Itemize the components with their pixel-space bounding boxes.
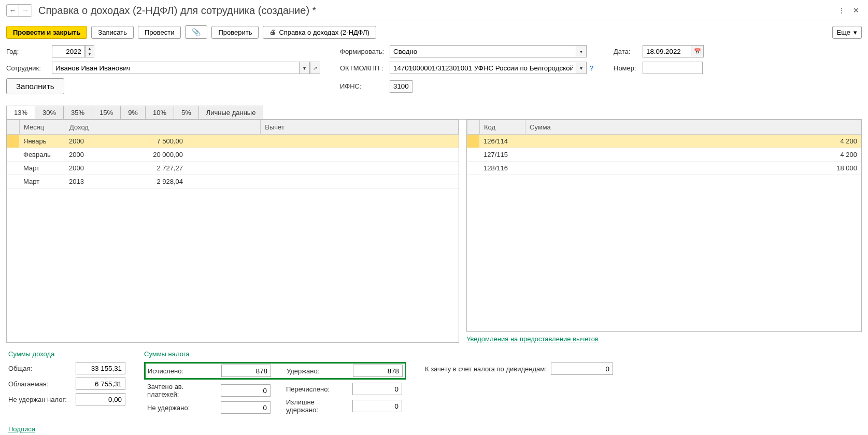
- form-mode-label: Формировать:: [340, 48, 390, 55]
- employee-open-button[interactable]: ↗: [310, 62, 320, 74]
- not-withheld2-input[interactable]: [221, 401, 271, 414]
- income-totals-header: Суммы дохода: [8, 350, 125, 358]
- tax-totals-header: Суммы налога: [144, 350, 406, 358]
- transferred-input[interactable]: [352, 383, 402, 395]
- post-and-close-button[interactable]: Провести и закрыть: [6, 26, 87, 39]
- tab-35[interactable]: 35%: [63, 106, 92, 119]
- cell-month: Март: [19, 175, 65, 189]
- table-row[interactable]: Март 2013 2 928,04: [7, 175, 459, 189]
- employee-dropdown-button[interactable]: ▾: [300, 62, 310, 74]
- form-mode-input[interactable]: [390, 45, 576, 57]
- arrow-left-icon: ←: [9, 6, 17, 15]
- table-row[interactable]: 127/115 4 200: [467, 148, 861, 162]
- oktmo-dropdown-button[interactable]: ▾: [576, 62, 587, 74]
- number-input[interactable]: [643, 62, 703, 74]
- date-label: Дата:: [614, 48, 643, 55]
- withheld-input[interactable]: [353, 365, 403, 377]
- table-row[interactable]: Январь 2000 7 500,00: [7, 135, 459, 148]
- fill-button[interactable]: Заполнить: [6, 78, 64, 94]
- tabs: 13% 30% 35% 15% 9% 10% 5% Личные данные: [6, 106, 862, 119]
- number-label: Номер:: [614, 64, 643, 72]
- date-input[interactable]: [643, 45, 691, 57]
- attach-button[interactable]: 📎: [185, 25, 207, 39]
- excess-label: Излишне удержано:: [286, 398, 348, 414]
- tab-personal[interactable]: Личные данные: [198, 106, 264, 119]
- withheld-label: Удержано:: [287, 367, 349, 375]
- advance-input[interactable]: [221, 384, 271, 397]
- year-up-button[interactable]: ▲: [85, 45, 94, 51]
- cell-deduction: [187, 135, 459, 148]
- table-row[interactable]: 128/116 18 000: [467, 162, 861, 175]
- total-input[interactable]: [76, 362, 125, 374]
- chevron-down-icon: ▾: [853, 28, 857, 36]
- help-icon[interactable]: ?: [590, 64, 593, 72]
- dividend-column: К зачету в счет налога по дивидендам:: [425, 350, 613, 378]
- not-withheld-tax-input[interactable]: [76, 393, 125, 405]
- oktmo-label: ОКТМО/КПП :: [340, 64, 390, 72]
- tab-9[interactable]: 9%: [120, 106, 146, 119]
- cell-amount: 2 727,27: [99, 162, 187, 175]
- deductions-table-panel: Код Сумма 126/114 4 200 127/115 4 200: [466, 120, 862, 332]
- calculated-input[interactable]: [221, 365, 271, 377]
- tab-5[interactable]: 5%: [174, 106, 199, 119]
- cell-deduction: [187, 162, 459, 175]
- form-mode-dropdown-button[interactable]: ▾: [576, 45, 587, 57]
- cell-month: Март: [19, 162, 65, 175]
- not-withheld-tax-label: Не удержан налог:: [8, 396, 72, 403]
- highlighted-tax-box: Исчислено: Удержано:: [144, 362, 406, 380]
- calendar-button[interactable]: 📅: [691, 45, 704, 57]
- table-row[interactable]: 126/114 4 200: [467, 135, 861, 148]
- cell-code: 128/116: [479, 162, 525, 175]
- advance-label: Зачтено ав. платежей:: [147, 383, 217, 398]
- col-deduction: Вычет: [261, 120, 459, 135]
- nav-forward-button[interactable]: →: [19, 5, 32, 16]
- table-row[interactable]: Февраль 2000 20 000,00: [7, 148, 459, 162]
- cell-code: 2000: [65, 162, 99, 175]
- oktmo-input[interactable]: [390, 62, 576, 74]
- nav-back-button[interactable]: ←: [7, 5, 19, 16]
- income-totals: Суммы дохода Общая: Облагаемая: Не удерж…: [8, 350, 125, 409]
- col-income: Доход: [65, 120, 261, 135]
- report-button[interactable]: 🖨Справка о доходах (2-НДФЛ): [263, 26, 376, 39]
- col-month: Месяц: [20, 120, 65, 135]
- cell-code: 2013: [65, 175, 99, 189]
- year-label: Год:: [6, 48, 52, 55]
- tab-13[interactable]: 13%: [6, 106, 35, 119]
- income-table-panel: Месяц Доход Вычет Январь 2000 7 500,00 Ф…: [6, 120, 459, 343]
- employee-input[interactable]: [52, 62, 300, 74]
- tab-10[interactable]: 10%: [145, 106, 174, 119]
- cell-month: Февраль: [19, 148, 65, 162]
- tab-30[interactable]: 30%: [35, 106, 64, 119]
- taxable-input[interactable]: [76, 378, 125, 390]
- page-title: Справка о доходах (2-НДФЛ) для сотрудник…: [38, 5, 836, 17]
- nav-buttons: ← →: [6, 4, 32, 17]
- table-row[interactable]: Март 2000 2 727,27: [7, 162, 459, 175]
- printer-icon: 🖨: [269, 28, 276, 36]
- arrow-right-icon: →: [22, 6, 29, 15]
- ifns-input[interactable]: [390, 80, 412, 93]
- check-button[interactable]: Проверить: [211, 26, 259, 39]
- year-input[interactable]: [52, 45, 85, 57]
- year-down-button[interactable]: ▼: [85, 51, 94, 57]
- employee-label: Сотрудник:: [6, 64, 52, 72]
- paperclip-icon: 📎: [192, 28, 201, 36]
- cell-month: Январь: [19, 135, 65, 148]
- cell-code: 126/114: [479, 135, 525, 148]
- cell-sum: 4 200: [525, 135, 861, 148]
- calendar-icon: 📅: [694, 48, 701, 55]
- more-button[interactable]: Еще ▾: [832, 26, 862, 39]
- signatures-link[interactable]: Подписи: [8, 425, 35, 433]
- post-button[interactable]: Провести: [138, 26, 181, 39]
- save-button[interactable]: Записать: [91, 26, 134, 39]
- dividend-input[interactable]: [551, 363, 613, 375]
- menu-icon[interactable]: ⋮: [836, 5, 847, 16]
- close-icon[interactable]: ✕: [850, 5, 862, 16]
- tab-15[interactable]: 15%: [92, 106, 121, 119]
- transferred-label: Перечислено:: [286, 385, 348, 393]
- deduction-notifications-link[interactable]: Уведомления на предоставление вычетов: [466, 335, 862, 343]
- dividend-label: К зачету в счет налога по дивидендам:: [425, 365, 547, 373]
- cell-deduction: [187, 148, 459, 162]
- excess-input[interactable]: [352, 400, 402, 412]
- cell-sum: 18 000: [525, 162, 861, 175]
- cell-amount: 7 500,00: [99, 135, 187, 148]
